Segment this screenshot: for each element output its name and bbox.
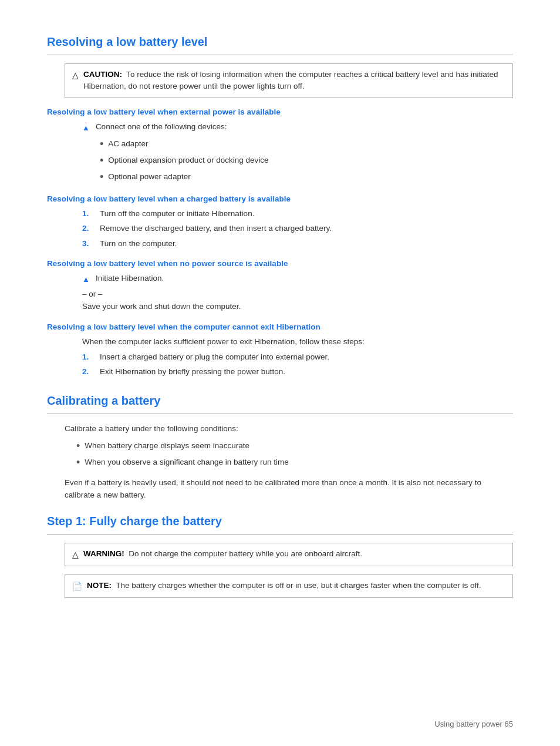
subsection-charged-battery-title: Resolving a low battery level when a cha… (47, 194, 513, 203)
number-1: 1. (82, 208, 94, 220)
numbered-item-3: 3. Turn on the computer. (82, 238, 513, 250)
sub-bullet-power-adapter: • Optional power adapter (100, 171, 513, 185)
bullet-item-connect: ▲ Connect one of the following devices: (82, 121, 513, 134)
number-1: 1. (82, 351, 94, 363)
or-separator: – or – (82, 290, 513, 298)
sub-bullet-list: • AC adapter • Optional expansion produc… (100, 138, 513, 185)
calibrating-intro: Calibrate a battery under the following … (65, 422, 513, 435)
resolving-title: Resolving a low battery level (47, 35, 513, 49)
cannot-exit-intro: When the computer lacks sufficient power… (82, 336, 513, 348)
calibrating-extra: Even if a battery is heavily used, it sh… (65, 476, 513, 502)
sub-bullet-expansion: • Optional expansion product or docking … (100, 154, 513, 169)
numbered-item-1: 1. Turn off the computer or initiate Hib… (82, 208, 513, 220)
bullet-dot-icon: • (100, 153, 103, 169)
caution-triangle-icon: △ (72, 69, 79, 82)
bullet-dot-icon: • (76, 438, 80, 454)
cannot-exit-item-1: 1. Insert a charged battery or plug the … (82, 351, 513, 363)
warning-triangle-icon: △ (72, 549, 79, 561)
subsection-no-power: Resolving a low battery level when no po… (47, 259, 513, 313)
cannot-exit-numbered-list: 1. Insert a charged battery or plug the … (82, 351, 513, 378)
caution-box: △ CAUTION: To reduce the risk of losing … (65, 63, 513, 98)
external-power-bullet-list: ▲ Connect one of the following devices: (82, 121, 513, 134)
note-label: NOTE: (87, 581, 112, 590)
subsection-no-power-title: Resolving a low battery level when no po… (47, 259, 513, 268)
caution-label: CAUTION: (83, 70, 122, 79)
bullet-triangle-icon: ▲ (82, 274, 90, 285)
warning-label: WARNING! (83, 549, 124, 558)
note-text: NOTE: The battery charges whether the co… (87, 580, 481, 592)
note-box: 📄 NOTE: The battery charges whether the … (65, 574, 513, 598)
charged-battery-numbered-list: 1. Turn off the computer or initiate Hib… (82, 208, 513, 250)
sub-bullet-ac: • AC adapter (100, 138, 513, 152)
calibrating-bullet-2: • When you observe a significant change … (76, 456, 513, 471)
subsection-external-power-title: Resolving a low battery level when exter… (47, 107, 513, 116)
calibrating-bullets: • When battery charge displays seem inac… (76, 440, 513, 471)
subsection-cannot-exit: Resolving a low battery level when the c… (47, 322, 513, 378)
number-2: 2. (82, 223, 94, 234)
bullet-dot-icon: • (100, 169, 103, 185)
warning-text: WARNING! Do not charge the computer batt… (83, 548, 362, 560)
bullet-dot-icon: • (76, 455, 80, 471)
numbered-item-2: 2. Remove the discharged battery, and th… (82, 223, 513, 234)
resolving-section: Resolving a low battery level △ CAUTION:… (47, 35, 513, 378)
number-2: 2. (82, 366, 94, 378)
cannot-exit-item-2: 2. Exit Hibernation by briefly pressing … (82, 366, 513, 378)
bullet-triangle-icon: ▲ (82, 122, 90, 134)
subsection-external-power: Resolving a low battery level when exter… (47, 107, 513, 186)
calibrating-bullet-1: • When battery charge displays seem inac… (76, 440, 513, 454)
warning-box: △ WARNING! Do not charge the computer ba… (65, 543, 513, 566)
bullet-dot-icon: • (100, 136, 103, 152)
step1-title: Step 1: Fully charge the battery (47, 515, 513, 528)
subsection-charged-battery: Resolving a low battery level when a cha… (47, 194, 513, 250)
number-3: 3. (82, 238, 94, 250)
note-doc-icon: 📄 (72, 580, 82, 593)
caution-text: CAUTION: To reduce the risk of losing in… (83, 69, 505, 93)
bullet-item-hibernate: ▲ Initiate Hibernation. (82, 273, 513, 285)
calibrating-title: Calibrating a battery (47, 394, 513, 408)
no-power-bullet-list: ▲ Initiate Hibernation. (82, 273, 513, 285)
subsection-cannot-exit-title: Resolving a low battery level when the c… (47, 322, 513, 331)
step1-section: Step 1: Fully charge the battery △ WARNI… (47, 515, 513, 598)
calibrating-section: Calibrating a battery Calibrate a batter… (47, 394, 513, 502)
save-work-text: Save your work and shut down the compute… (82, 301, 513, 312)
page-footer: Using battery power 65 (434, 720, 513, 728)
